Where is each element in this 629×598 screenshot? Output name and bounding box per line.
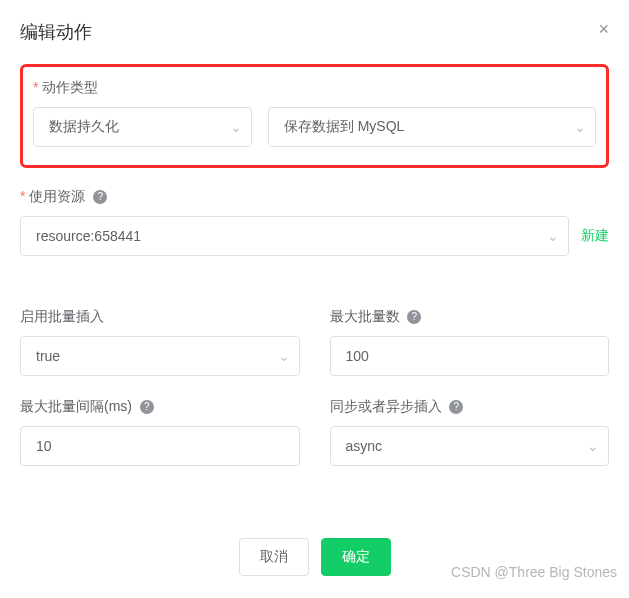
batch-insert-group: 启用批量插入 true ⌄ xyxy=(20,308,300,376)
close-button[interactable]: × xyxy=(598,20,609,38)
sync-async-select[interactable]: async ⌄ xyxy=(330,426,610,466)
max-interval-value: 10 xyxy=(20,426,300,466)
help-icon[interactable]: ? xyxy=(140,400,154,414)
sync-async-group: 同步或者异步插入 ? async ⌄ xyxy=(330,398,610,466)
modal-footer: 取消 确定 xyxy=(0,528,629,586)
action-type-row: 数据持久化 ⌄ 保存数据到 MySQL ⌄ xyxy=(33,107,596,147)
modal-body: 动作类型 数据持久化 ⌄ 保存数据到 MySQL ⌄ 使用资源 ? res xyxy=(0,54,629,508)
action-target-value: 保存数据到 MySQL xyxy=(268,107,596,147)
help-icon[interactable]: ? xyxy=(449,400,463,414)
batch-insert-value: true xyxy=(20,336,300,376)
modal-title: 编辑动作 xyxy=(20,20,92,44)
max-batch-label: 最大批量数 ? xyxy=(330,308,610,326)
help-icon[interactable]: ? xyxy=(407,310,421,324)
action-category-value: 数据持久化 xyxy=(33,107,252,147)
resource-value: resource:658441 xyxy=(20,216,569,256)
batch-insert-label: 启用批量插入 xyxy=(20,308,300,326)
max-interval-group: 最大批量间隔(ms) ? 10 xyxy=(20,398,300,466)
action-category-select[interactable]: 数据持久化 ⌄ xyxy=(33,107,252,147)
row-batch-settings: 启用批量插入 true ⌄ 最大批量数 ? 100 xyxy=(20,308,609,398)
max-batch-input[interactable]: 100 xyxy=(330,336,610,376)
resource-label: 使用资源 ? xyxy=(20,188,609,206)
batch-insert-select[interactable]: true ⌄ xyxy=(20,336,300,376)
action-type-highlight: 动作类型 数据持久化 ⌄ 保存数据到 MySQL ⌄ xyxy=(20,64,609,168)
resource-group: 使用资源 ? resource:658441 ⌄ 新建 xyxy=(20,188,609,256)
action-type-label: 动作类型 xyxy=(33,79,596,97)
max-batch-group: 最大批量数 ? 100 xyxy=(330,308,610,376)
new-resource-link[interactable]: 新建 xyxy=(581,227,609,245)
close-icon: × xyxy=(598,19,609,39)
resource-row: resource:658441 ⌄ 新建 xyxy=(20,216,609,256)
sync-async-label: 同步或者异步插入 ? xyxy=(330,398,610,416)
row-interval-sync: 最大批量间隔(ms) ? 10 同步或者异步插入 ? async ⌄ xyxy=(20,398,609,488)
max-batch-value: 100 xyxy=(330,336,610,376)
max-interval-label: 最大批量间隔(ms) ? xyxy=(20,398,300,416)
max-interval-input[interactable]: 10 xyxy=(20,426,300,466)
confirm-button[interactable]: 确定 xyxy=(321,538,391,576)
resource-select[interactable]: resource:658441 ⌄ xyxy=(20,216,569,256)
action-target-select[interactable]: 保存数据到 MySQL ⌄ xyxy=(268,107,596,147)
modal-header: 编辑动作 × xyxy=(0,0,629,54)
sync-async-value: async xyxy=(330,426,610,466)
help-icon[interactable]: ? xyxy=(93,190,107,204)
cancel-button[interactable]: 取消 xyxy=(239,538,309,576)
